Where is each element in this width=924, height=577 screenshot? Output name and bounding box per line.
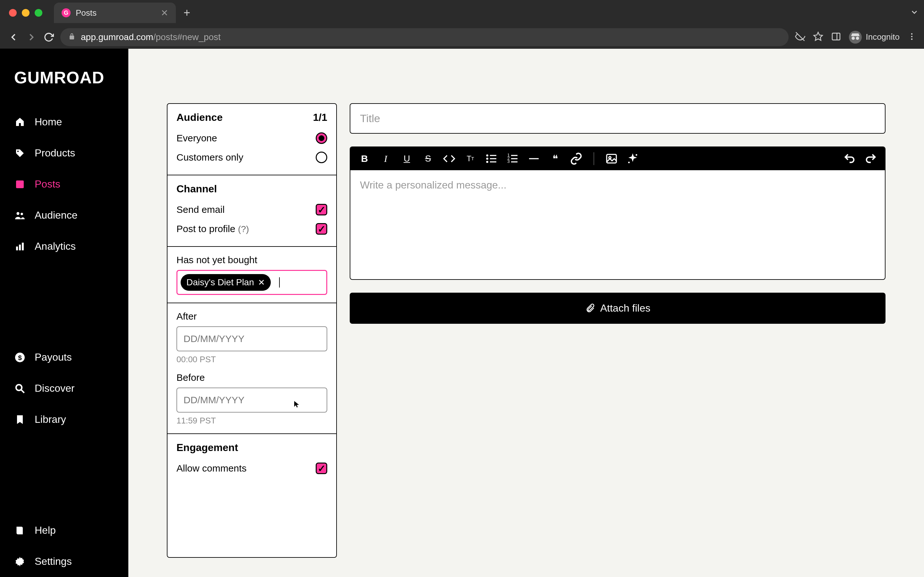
panel-icon[interactable] (831, 31, 841, 43)
tag-remove-icon[interactable]: ✕ (258, 277, 265, 287)
products-tag-input[interactable]: Daisy's Diet Plan ✕ (176, 270, 327, 295)
radio-everyone[interactable] (316, 132, 327, 144)
browser-chrome: G Posts ✕ + app.gumroad.com/posts#new_po… (0, 0, 924, 49)
svg-rect-28 (511, 155, 517, 156)
svg-rect-32 (511, 161, 517, 162)
link-button[interactable] (570, 152, 583, 165)
svg-rect-26 (490, 161, 496, 162)
sidebar: GUMROAD Home Products Posts Audience Ana… (0, 49, 128, 577)
before-date-input[interactable] (176, 388, 327, 413)
tabs-dropdown-icon[interactable] (910, 8, 919, 18)
tab-title: Posts (76, 8, 156, 18)
forward-button[interactable] (26, 31, 37, 43)
svg-point-6 (911, 33, 913, 35)
svg-point-36 (636, 154, 637, 156)
image-button[interactable] (605, 152, 618, 165)
sidebar-item-audience[interactable]: Audience (0, 200, 128, 231)
menu-icon[interactable] (907, 32, 916, 42)
window-maximize-button[interactable] (35, 9, 42, 17)
editor-body[interactable]: Write a personalized message... (351, 170, 885, 279)
bold-button[interactable]: B (358, 152, 371, 165)
posts-icon (14, 179, 26, 190)
editor-toolbar: B I U S TT 123 ❝ (351, 147, 885, 170)
radio-customers-only[interactable] (316, 152, 327, 163)
url-host: app.gumroad.com (81, 32, 153, 42)
checkbox-send-email[interactable]: ✓ (316, 204, 327, 215)
attach-files-button[interactable]: Attach files (350, 293, 885, 324)
window-close-button[interactable] (9, 9, 17, 17)
sidebar-item-label: Help (35, 524, 56, 536)
hr-button[interactable] (527, 152, 540, 165)
svg-marker-1 (814, 32, 822, 40)
checkbox-post-to-profile[interactable]: ✓ (316, 223, 327, 235)
sidebar-item-label: Payouts (35, 351, 72, 363)
italic-button[interactable]: I (379, 152, 392, 165)
sidebar-item-settings[interactable]: Settings (0, 546, 128, 577)
code-button[interactable] (443, 152, 456, 165)
sidebar-item-library[interactable]: Library (0, 404, 128, 435)
svg-point-23 (486, 158, 488, 160)
svg-rect-13 (16, 247, 18, 250)
audience-everyone-row[interactable]: Everyone (176, 129, 327, 148)
star-icon[interactable] (813, 31, 823, 43)
quote-button[interactable]: ❝ (549, 152, 561, 165)
customers-only-label: Customers only (176, 152, 243, 163)
home-icon (14, 116, 26, 128)
redo-button[interactable] (864, 152, 877, 165)
app: GUMROAD Home Products Posts Audience Ana… (0, 49, 924, 577)
engagement-heading: Engagement (176, 442, 238, 454)
svg-point-37 (628, 161, 630, 163)
tag-icon (14, 147, 26, 159)
back-button[interactable] (8, 31, 19, 43)
browser-tab[interactable]: G Posts ✕ (54, 3, 176, 23)
post-to-profile-row[interactable]: Post to profile (?) ✓ (176, 219, 327, 239)
new-tab-button[interactable]: + (184, 6, 190, 19)
url-field[interactable]: app.gumroad.com/posts#new_post (60, 28, 788, 46)
sidebar-item-posts[interactable]: Posts (0, 169, 128, 200)
sidebar-item-help[interactable]: Help (0, 515, 128, 546)
window-controls (9, 9, 42, 17)
sidebar-item-payouts[interactable]: $ Payouts (0, 342, 128, 373)
checkbox-allow-comments[interactable]: ✓ (316, 463, 327, 474)
channel-heading: Channel (176, 183, 217, 195)
settings-panel: Audience 1/1 Everyone Customers only Cha… (167, 103, 337, 558)
sidebar-item-discover[interactable]: Discover (0, 373, 128, 404)
book-icon (14, 525, 26, 536)
send-email-row[interactable]: Send email ✓ (176, 200, 327, 219)
sidebar-item-analytics[interactable]: Analytics (0, 231, 128, 262)
post-to-profile-label: Post to profile (176, 223, 235, 234)
sidebar-item-label: Products (35, 147, 75, 159)
undo-button[interactable] (843, 152, 856, 165)
after-date-input[interactable] (176, 326, 327, 351)
svg-point-11 (17, 212, 19, 215)
reload-button[interactable] (44, 32, 54, 42)
editor-box: B I U S TT 123 ❝ (350, 147, 885, 280)
allow-comments-row[interactable]: Allow comments ✓ (176, 459, 327, 478)
text-size-button[interactable]: TT (464, 152, 477, 165)
dates-section: After 00:00 PST Before 11:59 PST (168, 303, 336, 434)
help-icon[interactable]: (?) (238, 224, 249, 234)
svg-text:$: $ (18, 354, 22, 361)
eye-off-icon[interactable] (795, 31, 805, 43)
svg-point-9 (17, 150, 19, 152)
audience-customers-row[interactable]: Customers only (176, 148, 327, 167)
tab-close-icon[interactable]: ✕ (161, 8, 168, 18)
sidebar-item-label: Discover (35, 382, 74, 394)
incognito-badge[interactable]: Incognito (849, 31, 900, 44)
attach-files-label: Attach files (600, 302, 651, 314)
incognito-icon (849, 31, 862, 44)
people-icon (14, 210, 26, 221)
search-icon (14, 383, 26, 394)
strikethrough-button[interactable]: S (422, 152, 435, 165)
bullet-list-button[interactable] (485, 152, 498, 165)
dollar-icon: $ (14, 351, 26, 363)
numbered-list-button[interactable]: 123 (506, 152, 519, 165)
window-minimize-button[interactable] (22, 9, 29, 17)
sidebar-item-home[interactable]: Home (0, 106, 128, 137)
title-input[interactable]: Title (350, 103, 885, 134)
svg-point-18 (16, 385, 22, 390)
underline-button[interactable]: U (401, 152, 413, 165)
sparkle-button[interactable] (626, 152, 639, 165)
sidebar-item-products[interactable]: Products (0, 137, 128, 169)
sidebar-item-label: Posts (35, 178, 60, 190)
